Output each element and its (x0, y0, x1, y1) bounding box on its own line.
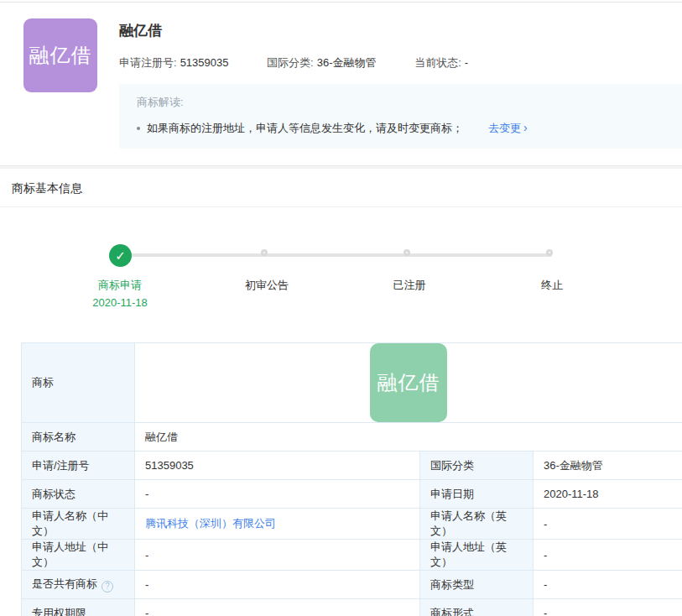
bullet-icon (137, 127, 140, 130)
trademark-image: 融亿借 (370, 343, 447, 422)
international-class-label: 国际分类: (267, 56, 314, 69)
applicant-address-en-value: - (534, 540, 682, 571)
go-change-label: 去变更 (488, 122, 521, 134)
class-label: 国际分类 (420, 452, 534, 480)
application-number-label: 申请/注册号 (22, 452, 135, 480)
exclusive-right-period-value: - (135, 599, 420, 616)
shared-mark-label: 是否共有商标 (32, 577, 97, 590)
current-status-value: - (465, 56, 468, 69)
applicant-name-en-value: - (534, 509, 682, 540)
table-row: 商标状态 - 申请日期 2020-11-18 (22, 480, 682, 509)
mark-image-cell: 融亿借 (135, 343, 682, 423)
international-class-value: 36-金融物管 (317, 56, 377, 69)
table-row: 商标 融亿借 (22, 343, 682, 423)
shared-mark-label-cell: 是否共有商标? (22, 571, 135, 599)
current-status-label: 当前状态: (414, 56, 461, 69)
notice-item: 如果商标的注册地址，申请人等信息发生变化，请及时变更商标； 去变更› (137, 121, 674, 136)
class-value: 36-金融物管 (534, 452, 682, 480)
trademark-notice-panel: 商标解读: 如果商标的注册地址，申请人等信息发生变化，请及时变更商标； 去变更› (119, 84, 682, 149)
go-change-link[interactable]: 去变更› (488, 121, 528, 136)
page-title: 融亿借 (119, 21, 682, 40)
international-class-field: 国际分类:36-金融物管 (267, 56, 379, 69)
mark-type-label: 商标类型 (420, 571, 534, 599)
table-row: 商标名称 融亿借 (22, 423, 682, 452)
table-row: 专用权期限 - 商标形式 - (22, 599, 682, 616)
mark-form-value: - (534, 599, 682, 616)
trademark-progress-timeline: ✓ 商标申请 2020-11-18 初审公告 已注册 终止 (0, 207, 682, 342)
step-circle-icon (546, 249, 553, 256)
step-done-check-icon: ✓ (109, 244, 132, 267)
notice-text: 如果商标的注册地址，申请人等信息发生变化，请及时变更商标； (147, 121, 463, 136)
current-status-field: 当前状态:- (414, 56, 468, 69)
step-label-preliminary-publication: 初审公告 (216, 278, 317, 293)
step-label-application: 商标申请 (70, 278, 170, 293)
registration-number-label: 申请注册号: (119, 56, 177, 69)
chevron-right-icon: › (523, 121, 528, 134)
exclusive-right-period-label: 专用权期限 (22, 599, 135, 616)
shared-mark-value: - (135, 571, 420, 599)
application-number-value: 51359035 (135, 452, 420, 480)
help-icon[interactable]: ? (102, 581, 113, 593)
mark-name-label: 商标名称 (22, 423, 135, 452)
applicant-address-cn-label: 申请人地址（中文） (22, 540, 135, 571)
mark-status-label: 商标状态 (22, 480, 135, 509)
table-row: 申请人名称（中文） 腾讯科技（深圳）有限公司 申请人名称（英文） - (22, 509, 682, 540)
basic-info-section-title: 商标基本信息 (0, 169, 682, 207)
mark-type-value: - (534, 571, 682, 599)
trademark-header: 融亿借 融亿借 申请注册号:51359035 国际分类:36-金融物管 当前状态… (0, 3, 682, 149)
applicant-name-cn-cell: 腾讯科技（深圳）有限公司 (135, 509, 420, 540)
applicant-address-cn-value: - (135, 540, 420, 571)
applicant-name-cn-label: 申请人名称（中文） (22, 509, 135, 540)
mark-image-label: 商标 (22, 343, 135, 423)
step-label-terminated: 终止 (502, 278, 602, 293)
notice-title: 商标解读: (137, 95, 674, 110)
mark-form-label: 商标形式 (420, 599, 534, 616)
applicant-company-link[interactable]: 腾讯科技（深圳）有限公司 (145, 517, 276, 530)
table-row: 是否共有商标? - 商标类型 - (22, 571, 682, 599)
registration-number-field: 申请注册号:51359035 (119, 56, 232, 69)
step-circle-icon (261, 249, 268, 256)
step-label-registered: 已注册 (359, 278, 460, 293)
trademark-info-row: 申请注册号:51359035 国际分类:36-金融物管 当前状态:- (119, 55, 682, 70)
trademark-detail-table: 商标 融亿借 商标名称 融亿借 申请/注册号 51359035 国际分类 36-… (21, 342, 682, 616)
applicant-address-en-label: 申请人地址（英文） (420, 540, 534, 571)
application-date-label: 申请日期 (420, 480, 534, 509)
mark-name-value: 融亿借 (135, 423, 682, 452)
header-content: 融亿借 申请注册号:51359035 国际分类:36-金融物管 当前状态:- 商… (119, 18, 682, 149)
applicant-name-en-label: 申请人名称（英文） (420, 509, 534, 540)
step-date-application: 2020-11-18 (70, 296, 170, 309)
table-row: 申请/注册号 51359035 国际分类 36-金融物管 (22, 452, 682, 480)
table-row: 申请人地址（中文） - 申请人地址（英文） - (22, 540, 682, 571)
application-date-value: 2020-11-18 (534, 480, 682, 509)
registration-number-value: 51359035 (180, 56, 229, 69)
timeline-track (120, 253, 552, 257)
mark-status-value: - (135, 480, 420, 509)
trademark-logo: 融亿借 (23, 18, 97, 92)
step-circle-icon (403, 249, 410, 256)
